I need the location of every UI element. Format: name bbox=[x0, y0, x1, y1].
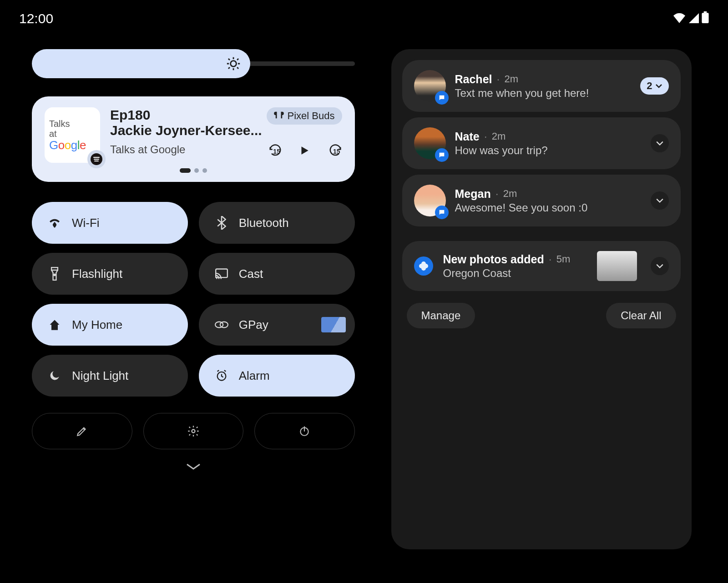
media-rewind15-button[interactable]: 15 bbox=[268, 144, 280, 157]
svg-point-2 bbox=[231, 61, 237, 67]
signal-status-icon bbox=[688, 11, 699, 26]
media-episode: Ep180 bbox=[110, 107, 262, 123]
notification-item-photos[interactable]: New photos added · 5m Oregon Coast bbox=[402, 241, 681, 291]
flashlight-icon bbox=[47, 267, 62, 281]
qs-tile-home[interactable]: My Home bbox=[32, 304, 188, 346]
bluetooth-icon bbox=[214, 216, 229, 230]
svg-point-8 bbox=[220, 322, 228, 328]
qs-collapse-button[interactable] bbox=[32, 458, 355, 475]
notification-count-expand[interactable]: 2 bbox=[640, 77, 668, 95]
media-album-art: Talks at Google bbox=[45, 107, 100, 163]
clear-all-button[interactable]: Clear All bbox=[606, 303, 676, 328]
svg-point-3 bbox=[54, 226, 56, 227]
notification-panel: Rachel · 2m Text me when you get here! 2… bbox=[391, 49, 692, 549]
media-source: Talks at Google bbox=[110, 143, 185, 156]
cast-icon bbox=[214, 268, 229, 279]
notification-item[interactable]: Megan · 2m Awesome! See you soon :0 bbox=[402, 175, 681, 226]
home-icon bbox=[47, 319, 62, 331]
manage-notifications-button[interactable]: Manage bbox=[407, 303, 475, 328]
earbuds-icon bbox=[274, 110, 284, 122]
notification-time: 5m bbox=[556, 253, 571, 265]
notification-time: 2m bbox=[492, 131, 506, 142]
qs-power-button[interactable] bbox=[254, 413, 355, 449]
avatar bbox=[414, 70, 446, 102]
photos-app-icon bbox=[414, 256, 433, 276]
qs-tile-wifi[interactable]: Wi-Fi bbox=[32, 202, 188, 244]
wifi-icon bbox=[47, 218, 62, 228]
media-card[interactable]: Talks at Google Ep180 Jackie Joyner-Kers… bbox=[32, 96, 355, 182]
alarm-icon bbox=[214, 369, 229, 382]
media-pagination[interactable] bbox=[45, 168, 342, 173]
brightness-slider[interactable] bbox=[32, 49, 355, 78]
status-bar: 12:00 bbox=[0, 0, 728, 26]
gpay-icon bbox=[214, 320, 229, 330]
qs-edit-button[interactable] bbox=[32, 413, 132, 449]
media-play-button[interactable] bbox=[298, 145, 310, 156]
moon-icon bbox=[47, 370, 62, 382]
qs-settings-button[interactable] bbox=[143, 413, 244, 449]
wifi-status-icon bbox=[673, 11, 685, 26]
battery-status-icon bbox=[702, 11, 709, 26]
notification-sender: Megan bbox=[455, 187, 491, 201]
avatar bbox=[414, 185, 446, 216]
notification-item[interactable]: Rachel · 2m Text me when you get here! 2 bbox=[402, 60, 681, 112]
notification-expand-button[interactable] bbox=[651, 257, 669, 275]
notification-title: New photos added bbox=[443, 253, 544, 266]
svg-point-5 bbox=[54, 274, 55, 276]
notification-text: Text me when you get here! bbox=[455, 87, 632, 100]
qs-tile-bluetooth[interactable]: Bluetooth bbox=[199, 202, 355, 244]
notification-sender: Rachel bbox=[455, 73, 492, 86]
spotify-icon bbox=[87, 150, 106, 168]
svg-rect-0 bbox=[704, 11, 707, 13]
notification-subtitle: Oregon Coast bbox=[443, 267, 588, 280]
quick-settings-grid: Wi-Fi Bluetooth Flashlight Cast bbox=[32, 202, 355, 397]
qs-tile-gpay[interactable]: GPay bbox=[199, 304, 355, 346]
notification-time: 2m bbox=[503, 188, 517, 200]
media-title: Jackie Joyner-Kersee... bbox=[110, 123, 262, 138]
media-output-chip[interactable]: Pixel Buds bbox=[267, 107, 342, 125]
notification-text: Awesome! See you soon :0 bbox=[455, 201, 642, 214]
notification-time: 2m bbox=[504, 73, 518, 85]
qs-tile-nightlight[interactable]: Night Light bbox=[32, 355, 188, 397]
messages-app-icon bbox=[435, 91, 449, 105]
notification-thumbnail bbox=[597, 251, 637, 281]
notification-text: How was your trip? bbox=[455, 144, 642, 157]
messages-app-icon bbox=[435, 148, 449, 162]
brightness-icon bbox=[226, 56, 241, 71]
svg-point-10 bbox=[192, 430, 195, 433]
svg-rect-4 bbox=[51, 267, 58, 270]
avatar bbox=[414, 127, 446, 159]
notification-expand-button[interactable] bbox=[651, 134, 669, 152]
notification-item[interactable]: Nate · 2m How was your trip? bbox=[402, 117, 681, 169]
messages-app-icon bbox=[435, 206, 449, 219]
qs-tile-flashlight[interactable]: Flashlight bbox=[32, 253, 188, 295]
notification-sender: Nate bbox=[455, 130, 480, 143]
quick-settings-panel: Talks at Google Ep180 Jackie Joyner-Kers… bbox=[32, 49, 355, 549]
notification-expand-button[interactable] bbox=[651, 191, 669, 210]
status-time: 12:00 bbox=[19, 11, 53, 26]
payment-card-icon bbox=[321, 317, 346, 332]
qs-tile-alarm[interactable]: Alarm bbox=[199, 355, 355, 397]
svg-rect-1 bbox=[702, 13, 708, 23]
media-forward15-button[interactable]: 15 bbox=[329, 144, 340, 157]
qs-tile-cast[interactable]: Cast bbox=[199, 253, 355, 295]
